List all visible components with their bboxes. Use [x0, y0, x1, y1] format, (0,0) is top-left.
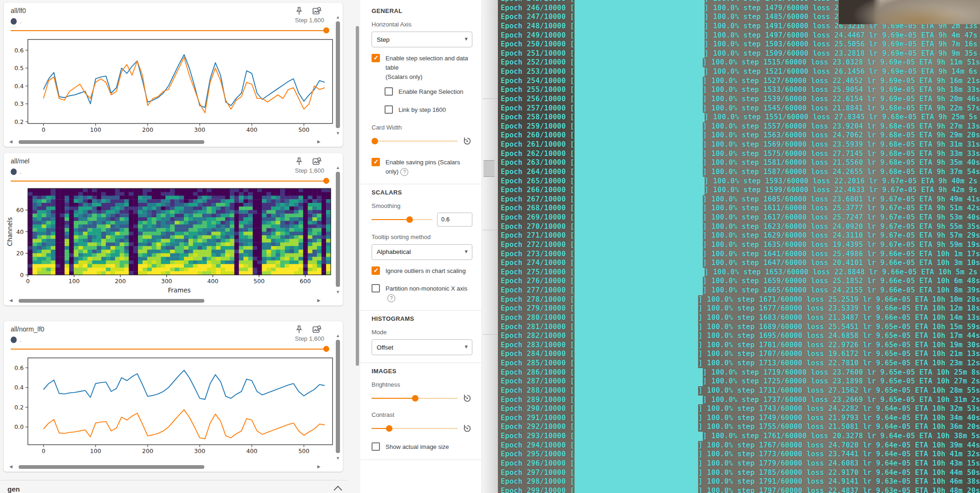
scroll-left-icon[interactable]: ◀: [9, 464, 13, 469]
reset-icon[interactable]: [462, 393, 472, 403]
reset-icon[interactable]: [462, 423, 472, 434]
step-slider-thumb[interactable]: [323, 27, 329, 33]
vertical-scrollbar-thumb[interactable]: [336, 21, 340, 128]
step-slider-thumb[interactable]: [323, 346, 329, 352]
terminal-window[interactable]: Epoch 245/10000 [] 100.0% step 1473/6000…: [498, 0, 980, 493]
tooltip-sorting-dropdown[interactable]: Alphabetical ▾: [372, 244, 472, 260]
step-slider[interactable]: [11, 346, 330, 352]
checkbox-label: Enable step selection and data table(Sca…: [385, 54, 472, 82]
scroll-left-icon[interactable]: ◀: [9, 139, 13, 144]
checkbox-range-selection[interactable]: ✓ Enable Range Selection: [385, 87, 472, 97]
terminal-line: Epoch 256/10000 [] 100.0% step 1539/6000…: [501, 95, 980, 104]
terminal-line: Epoch 283/10000 [] 100.0% step 1701/6000…: [501, 341, 980, 350]
image-search-icon[interactable]: [311, 324, 322, 335]
run-legend[interactable]: .: [11, 337, 21, 343]
smoothing-slider[interactable]: [372, 216, 432, 223]
help-icon[interactable]: ?: [400, 168, 408, 176]
contrast-slider-thumb[interactable]: [386, 425, 392, 432]
horizontal-scrollbar-thumb[interactable]: [19, 140, 204, 144]
brightness-slider[interactable]: [372, 395, 457, 402]
scroll-left-icon[interactable]: ◀: [9, 298, 13, 303]
terminal-line: Epoch 273/10000 [] 100.0% step 1641/6000…: [501, 250, 980, 259]
progress-bar: [575, 140, 703, 149]
norm-lf0-chart[interactable]: 0.00.20.40.60100200300400500: [7, 355, 334, 458]
pin-icon[interactable]: [294, 324, 305, 335]
horizontal-axis-dropdown[interactable]: Step ▾: [372, 32, 472, 47]
terminal-line: Epoch 264/10000 [] 100.0% step 1587/6000…: [501, 168, 980, 177]
horizontal-scrollbar-thumb[interactable]: [19, 299, 204, 303]
step-slider[interactable]: [11, 178, 330, 184]
help-icon[interactable]: ?: [387, 294, 395, 302]
terminal-line: Epoch 261/10000 [] 100.0% step 1569/6000…: [501, 140, 980, 149]
checkbox-saving-pins[interactable]: ✓ Enable saving pins (Scalars only)?: [372, 158, 472, 176]
smoothing-input[interactable]: [437, 213, 472, 227]
checkbox-icon[interactable]: ✓: [385, 87, 393, 96]
contrast-slider[interactable]: [372, 425, 457, 432]
scroll-right-icon[interactable]: ▶: [317, 139, 320, 144]
scroll-up-icon[interactable]: ▲: [336, 165, 340, 170]
scroll-down-icon[interactable]: ▼: [336, 131, 340, 136]
card-width-slider[interactable]: [372, 138, 457, 144]
checkbox-partition-x-axis[interactable]: ✓ Partition non-monotonic X axis?: [372, 284, 472, 303]
card-width-slider-thumb[interactable]: [372, 138, 378, 144]
pin-icon[interactable]: [294, 156, 305, 167]
progress-bar: [575, 85, 703, 95]
progress-bar: [575, 158, 703, 168]
run-legend[interactable]: .: [11, 18, 21, 25]
progress-bar: [575, 104, 703, 113]
lf0-chart[interactable]: 0.20.30.40.50.60100200300400500: [7, 36, 334, 136]
checkbox-ignore-outliers[interactable]: ✓ Ignore outliers in chart scaling: [372, 266, 472, 276]
step-slider-thumb[interactable]: [323, 178, 329, 184]
checkbox-icon[interactable]: ✓: [385, 105, 393, 114]
progress-bar: [575, 204, 703, 213]
mel-spectrogram[interactable]: 02040600100200300400500600FramesChannels: [7, 187, 334, 297]
scroll-up-icon[interactable]: ▲: [336, 15, 340, 19]
svg-text:500: 500: [254, 278, 265, 285]
checkbox-step-selection[interactable]: ✓ Enable step selection and data table(S…: [372, 54, 472, 82]
step-slider-track[interactable]: [11, 349, 327, 350]
step-slider-track[interactable]: [11, 30, 327, 31]
vertical-scrollbar-thumb[interactable]: [336, 172, 340, 287]
pin-icon[interactable]: [294, 6, 305, 17]
scroll-right-icon[interactable]: ▶: [317, 464, 320, 469]
histogram-mode-dropdown[interactable]: Offset ▾: [372, 339, 472, 355]
brightness-slider-thumb[interactable]: [412, 395, 418, 402]
svg-text:0.5: 0.5: [14, 65, 24, 71]
progress-bar: [575, 250, 703, 259]
checkbox-icon[interactable]: ✓: [372, 54, 380, 62]
smoothing-slider-thumb[interactable]: [406, 216, 413, 223]
progress-bar: [575, 341, 699, 350]
image-search-icon[interactable]: [311, 156, 322, 167]
terminal-line: Epoch 253/10000 [] 100.0% step 1521/6000…: [501, 67, 980, 77]
checkbox-show-actual-size[interactable]: ✓ Show actual image size: [372, 442, 472, 452]
step-slider[interactable]: [11, 27, 330, 34]
step-slider-track[interactable]: [11, 181, 327, 182]
checkbox-label: Partition non-monotonic X axis?: [385, 284, 472, 303]
reset-icon[interactable]: [462, 136, 472, 146]
vertical-scrollbar-thumb[interactable]: [336, 340, 340, 453]
checkbox-icon[interactable]: ✓: [372, 284, 380, 292]
terminal-line: Epoch 284/10000 [] 100.0% step 1707/6000…: [501, 350, 980, 359]
page-scrollbar-thumb[interactable]: [483, 160, 495, 177]
tag-group-gen[interactable]: gen: [0, 480, 347, 493]
progress-bar: [575, 67, 705, 77]
horizontal-scrollbar-thumb[interactable]: [19, 465, 204, 469]
collapse-chevron-icon[interactable]: [333, 486, 342, 493]
scroll-up-icon[interactable]: ▲: [336, 333, 340, 338]
run-legend[interactable]: .: [11, 169, 21, 175]
image-search-icon[interactable]: [311, 6, 322, 17]
terminal-line: Epoch 281/10000 [] 100.0% step 1689/6000…: [501, 323, 980, 332]
checkbox-icon[interactable]: ✓: [372, 442, 380, 451]
progress-bar: [575, 295, 699, 305]
scroll-right-icon[interactable]: ▶: [317, 298, 320, 303]
progress-bar: [575, 359, 699, 368]
checkbox-icon[interactable]: ✓: [372, 158, 380, 166]
checkbox-link-by-step[interactable]: ✓ Link by step 1600: [385, 105, 472, 115]
settings-scrollbar-thumb[interactable]: [356, 26, 359, 366]
progress-bar: [575, 286, 703, 295]
checkbox-icon[interactable]: ✓: [372, 266, 380, 275]
scroll-down-icon[interactable]: ▼: [336, 290, 340, 294]
scroll-down-icon[interactable]: ▼: [336, 456, 340, 461]
progress-bar: [575, 186, 705, 195]
svg-text:0.6: 0.6: [14, 47, 24, 54]
